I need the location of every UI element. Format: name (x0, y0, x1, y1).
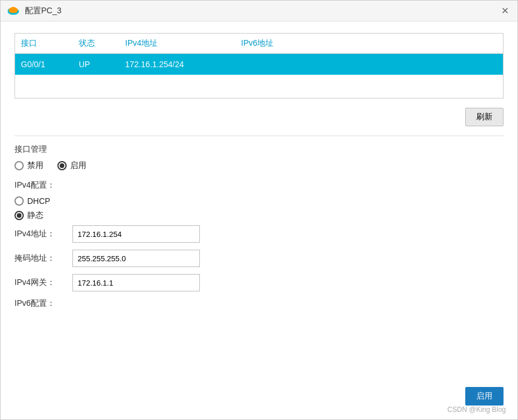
svg-point-5 (13, 8, 17, 12)
radio-static-row: 静态 (14, 210, 504, 221)
radio-dhcp[interactable]: DHCP (14, 196, 50, 206)
ipv4-address-row: IPv4地址： (14, 225, 504, 243)
radio-static[interactable]: 静态 (14, 210, 43, 221)
radio-enable[interactable]: 启用 (57, 160, 86, 171)
radio-enable-label: 启用 (70, 160, 86, 171)
radio-disable-circle (14, 161, 24, 170)
section-divider-1 (14, 136, 504, 136)
radio-enable-circle (57, 161, 67, 170)
cloud-icon (6, 6, 20, 16)
table-header: 接口 状态 IPv4地址 IPv6地址 (15, 34, 503, 54)
subnet-mask-label: 掩码地址： (14, 253, 72, 264)
col-header-status: 状态 (79, 38, 125, 49)
cell-status: UP (79, 60, 125, 69)
table-empty-row (15, 75, 503, 98)
ipv4-gateway-input[interactable] (72, 274, 200, 291)
window-title: 配置PC_3 (25, 6, 61, 16)
cell-ipv6 (241, 60, 497, 69)
cell-ipv4: 172.16.1.254/24 (125, 60, 241, 69)
col-header-ipv4: IPv4地址 (125, 38, 241, 49)
content-area: 接口 状态 IPv4地址 IPv6地址 G0/0/1 UP 172.16.1.2… (1, 21, 517, 419)
radio-dhcp-circle (14, 196, 24, 206)
apply-button[interactable]: 启用 (465, 387, 504, 406)
radio-static-label: 静态 (27, 210, 43, 221)
svg-point-4 (9, 8, 13, 12)
radio-dhcp-label: DHCP (27, 196, 50, 206)
main-window: 配置PC_3 ✕ 接口 状态 IPv4地址 IPv6地址 G0/0/1 UP 1… (0, 0, 518, 420)
ipv4-gateway-row: IPv4网关： (14, 274, 504, 291)
col-header-interface: 接口 (21, 38, 79, 49)
interface-mgmt-label: 接口管理 (14, 144, 504, 155)
radio-static-circle (14, 211, 24, 220)
cell-interface: G0/0/1 (21, 60, 79, 69)
subnet-mask-input[interactable] (72, 250, 200, 267)
interface-mgmt-radio-group: 禁用 启用 (14, 160, 504, 171)
watermark: CSDN @King Blog (447, 406, 506, 414)
titlebar: 配置PC_3 ✕ (1, 1, 517, 21)
interface-table: 接口 状态 IPv4地址 IPv6地址 G0/0/1 UP 172.16.1.2… (14, 33, 504, 98)
radio-disable[interactable]: 禁用 (14, 160, 43, 171)
ipv6-config-title: IPv6配置： (14, 298, 504, 309)
titlebar-left: 配置PC_3 (6, 6, 61, 16)
refresh-button[interactable]: 刷新 (465, 108, 504, 126)
ipv4-address-input[interactable] (72, 225, 200, 243)
ipv4-gateway-label: IPv4网关： (14, 277, 72, 288)
table-row[interactable]: G0/0/1 UP 172.16.1.254/24 (15, 54, 503, 75)
ipv4-config-title: IPv4配置： (14, 180, 504, 191)
close-button[interactable]: ✕ (498, 4, 512, 18)
ipv4-address-label: IPv4地址： (14, 229, 72, 239)
subnet-mask-row: 掩码地址： (14, 250, 504, 267)
radio-dhcp-row: DHCP (14, 196, 504, 206)
col-header-ipv6: IPv6地址 (241, 38, 497, 49)
refresh-row: 刷新 (14, 108, 504, 126)
apply-area: 启用 (465, 387, 504, 406)
radio-disable-label: 禁用 (27, 160, 43, 171)
